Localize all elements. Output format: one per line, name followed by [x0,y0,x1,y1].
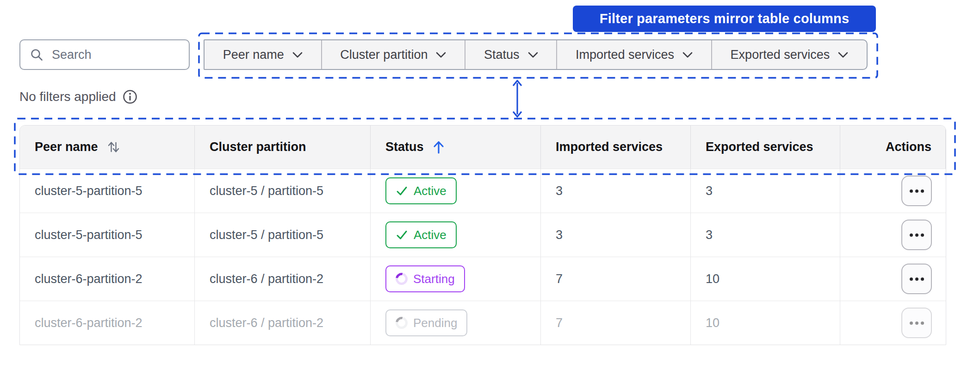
column-header-label: Actions [886,140,931,154]
filter-dropdown-status[interactable]: Status [465,40,557,69]
cell-actions [840,301,946,345]
status-badge-label: Active [414,228,447,242]
search-icon [30,48,43,62]
cell-status: Active [371,169,541,213]
peering-table-page: Filter parameters mirror table columns P… [0,0,980,378]
status-badge-label: Pending [413,316,457,330]
search-input[interactable] [51,47,180,63]
status-badge-active: Active [385,221,457,248]
filter-dropdown-label: Exported services [731,48,830,62]
ellipsis-icon [910,233,913,237]
ellipsis-icon [915,233,918,237]
filter-status: No filters applied [19,89,138,105]
cell-status: Active [371,213,541,257]
status-badge-starting: Starting [385,265,465,292]
cell-peer-name: cluster-5-partition-5 [20,213,195,257]
row-actions-button[interactable] [901,264,932,294]
filter-status-text: No filters applied [19,89,116,104]
filter-dropdown-peer-name[interactable]: Peer name [205,40,322,69]
exported-services-count: 3 [706,228,713,242]
spinner-icon [393,315,410,331]
row-actions-button[interactable] [901,176,932,206]
chevron-down-icon [528,52,538,58]
filter-dropdown-exported-services[interactable]: Exported services [712,40,867,69]
ellipsis-icon [921,233,924,237]
peer-name-text: cluster-6-partition-2 [35,272,143,286]
sort-both-icon [107,140,120,154]
filter-dropdown-imported-services[interactable]: Imported services [557,40,712,69]
sort-ascending-icon [433,140,444,154]
cell-status: Starting [371,257,541,301]
check-icon [396,185,408,197]
cell-exported-services: 3 [691,169,840,213]
cell-imported-services: 3 [541,213,691,257]
cell-actions [840,169,946,213]
cluster-partition-text: cluster-6 / partition-2 [210,272,323,286]
cell-peer-name: cluster-6-partition-2 [20,257,195,301]
ellipsis-icon [915,277,918,281]
ellipsis-icon [915,321,918,325]
chevron-down-icon [292,52,303,58]
status-badge-label: Active [414,184,447,198]
row-actions-button[interactable] [901,308,932,338]
ellipsis-icon [921,189,924,193]
column-header-imported-services: Imported services [541,126,691,169]
exported-services-count: 3 [706,184,713,198]
chevron-down-icon [682,52,693,58]
peer-name-text: cluster-5-partition-5 [35,228,143,242]
cell-status: Pending [371,301,541,345]
search-box [19,39,190,70]
imported-services-count: 3 [556,228,563,242]
status-badge-pending: Pending [385,309,467,336]
ellipsis-icon [915,189,918,193]
row-actions-button[interactable] [901,220,932,250]
cell-cluster-partition: cluster-6 / partition-2 [195,301,371,345]
cluster-partition-text: cluster-5 / partition-5 [210,184,323,198]
column-header-label: Cluster partition [210,140,306,154]
chevron-down-icon [838,52,848,58]
column-header-exported-services: Exported services [691,126,840,169]
mirror-connector-arrow [510,79,525,119]
imported-services-count: 7 [556,316,563,330]
cell-imported-services: 3 [541,169,691,213]
callout-banner: Filter parameters mirror table columns [573,6,876,32]
ellipsis-icon [921,321,924,325]
filter-dropdown-label: Status [484,48,520,62]
filter-dropdown-label: Imported services [576,48,674,62]
cell-exported-services: 3 [691,213,840,257]
cell-actions [840,257,946,301]
cell-cluster-partition: cluster-6 / partition-2 [195,257,371,301]
exported-services-count: 10 [706,316,719,330]
peer-name-text: cluster-5-partition-5 [35,184,143,198]
exported-services-count: 10 [706,272,719,286]
ellipsis-icon [921,277,924,281]
column-header-status[interactable]: Status [371,126,541,169]
ellipsis-icon [910,189,913,193]
cell-imported-services: 7 [541,301,691,345]
ellipsis-icon [910,321,913,325]
info-icon[interactable] [122,89,138,105]
cell-peer-name: cluster-5-partition-5 [20,169,195,213]
cluster-partition-text: cluster-5 / partition-5 [210,228,323,242]
filter-dropdown-label: Peer name [223,48,284,62]
cell-exported-services: 10 [691,301,840,345]
column-header-cluster-partition: Cluster partition [195,126,371,169]
cell-cluster-partition: cluster-5 / partition-5 [195,213,371,257]
check-icon [396,229,408,241]
cell-peer-name: cluster-6-partition-2 [20,301,195,345]
filter-dropdown-label: Cluster partition [340,48,428,62]
column-header-label: Imported services [556,140,663,154]
status-badge-label: Starting [413,272,455,286]
imported-services-count: 7 [556,272,563,286]
filter-parameter-bar: Peer name Cluster partition Status Impor… [204,39,868,70]
column-header-peer-name[interactable]: Peer name [20,126,195,169]
column-header-actions: Actions [840,126,946,169]
column-header-label: Peer name [35,140,98,154]
peers-table: Peer name Cluster partitionStatus Import… [19,125,946,345]
cell-actions [840,213,946,257]
status-badge-active: Active [385,177,457,204]
column-header-label: Exported services [706,140,813,154]
peer-name-text: cluster-6-partition-2 [35,316,143,330]
filter-dropdown-cluster-partition[interactable]: Cluster partition [322,40,466,69]
cell-imported-services: 7 [541,257,691,301]
